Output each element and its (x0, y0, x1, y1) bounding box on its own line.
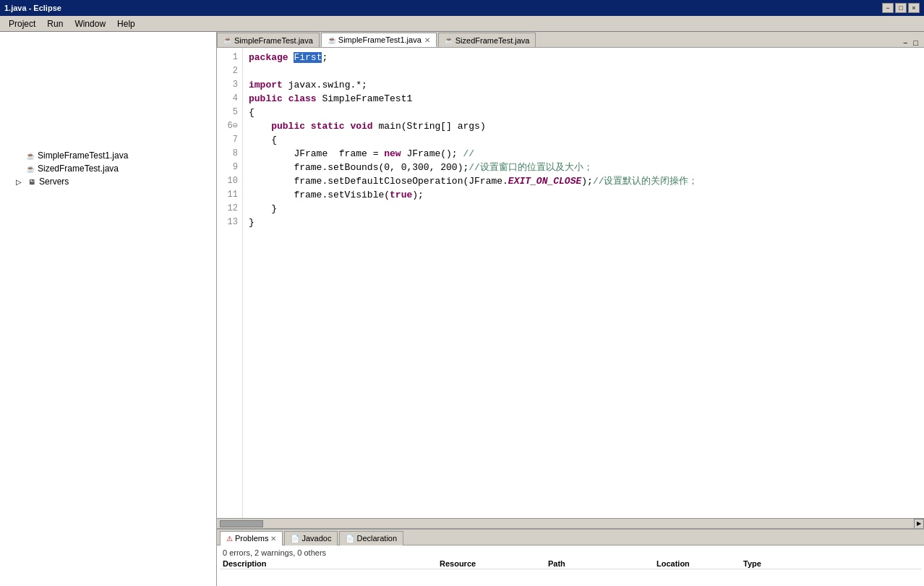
bottom-content: 0 errors, 2 warnings, 0 others Descripti… (217, 545, 924, 586)
problems-table-header: Description Resource Path Location Type (220, 559, 921, 569)
tab-close-icon[interactable]: ✕ (424, 36, 430, 44)
bottom-tab-label: Problems (235, 534, 268, 543)
menu-help[interactable]: Help (111, 17, 141, 30)
sidebar-item-servers[interactable]: ▷ 🖥 Servers (1, 175, 215, 188)
tab-controls: − □ (537, 38, 924, 47)
main-layout: ☕ SimpleFrameTest1.java ☕ SizedFrameTest… (0, 32, 924, 586)
sidebar-item-sizedframetest[interactable]: ☕ SizedFrameTest.java (1, 162, 215, 175)
menu-project[interactable]: Project (3, 17, 41, 30)
tab-label: SizedFrameTest.java (455, 36, 530, 45)
problems-status: 0 errors, 2 warnings, 0 others (220, 547, 921, 559)
problems-icon: ⚠ (226, 535, 233, 543)
scroll-right-button[interactable]: ▶ (914, 519, 924, 529)
code-editor[interactable]: 1 2 3 4 5 6⊖ 7 8 9 10 11 12 13 package F… (217, 48, 924, 518)
menu-run[interactable]: Run (41, 17, 69, 30)
line-numbers: 1 2 3 4 5 6⊖ 7 8 9 10 11 12 13 (217, 48, 243, 518)
servers-icon: 🖥 (26, 176, 38, 187)
tab-label: SimpleFrameTest1.java (338, 35, 422, 44)
col-type: Type (740, 559, 827, 568)
col-path: Path (545, 559, 654, 568)
tab-bar: ☕ SimpleFrameTest.java ☕ SimpleFrameTest… (217, 32, 924, 48)
editor-area: ☕ SimpleFrameTest.java ☕ SimpleFrameTest… (217, 32, 924, 586)
problems-close-icon[interactable]: ✕ (270, 535, 276, 543)
sidebar-item-label: SimpleFrameTest1.java (38, 150, 128, 161)
maximize-button[interactable]: □ (895, 3, 907, 13)
sidebar: ☕ SimpleFrameTest1.java ☕ SizedFrameTest… (0, 32, 217, 586)
col-resource: Resource (437, 559, 545, 568)
close-button[interactable]: × (908, 3, 920, 13)
h-scroll-thumb[interactable] (220, 520, 263, 527)
bottom-panel: ⚠ Problems ✕ 📄 Javadoc 📄 Declaration 0 e… (217, 528, 924, 586)
javadoc-icon: 📄 (291, 535, 299, 543)
tab-label: SimpleFrameTest.java (234, 36, 313, 45)
code-lines[interactable]: package First; import javax.swing.*; pub… (243, 48, 924, 518)
sidebar-item-simpleframetest1[interactable]: ☕ SimpleFrameTest1.java (1, 149, 215, 162)
java-file-icon: ☕ (25, 163, 36, 174)
tab-simpleframetest[interactable]: ☕ SimpleFrameTest.java (217, 33, 320, 47)
col-location: Location (654, 559, 740, 568)
bottom-tab-label: Declaration (356, 534, 397, 543)
sidebar-item-label: SizedFrameTest.java (38, 164, 119, 174)
title-bar-buttons: − □ × (882, 3, 920, 13)
bottom-tab-javadoc[interactable]: 📄 Javadoc (284, 531, 338, 545)
java-tab-icon: ☕ (328, 36, 336, 44)
bottom-tab-problems[interactable]: ⚠ Problems ✕ (220, 531, 283, 545)
bottom-tabs: ⚠ Problems ✕ 📄 Javadoc 📄 Declaration (217, 530, 924, 545)
menu-window[interactable]: Window (69, 17, 111, 30)
col-description: Description (220, 559, 437, 568)
bottom-tab-label: Javadoc (301, 534, 331, 543)
tab-simpleframetest1[interactable]: ☕ SimpleFrameTest1.java ✕ (321, 33, 437, 47)
minimize-editor-button[interactable]: − (900, 38, 910, 47)
maximize-editor-button[interactable]: □ (910, 38, 921, 47)
window-title: 1.java - Eclipse (4, 4, 61, 12)
bottom-tab-declaration[interactable]: 📄 Declaration (339, 531, 403, 545)
horizontal-scrollbar[interactable]: ▶ (217, 518, 924, 528)
folder-icon: ▷ (13, 176, 25, 187)
declaration-icon: 📄 (346, 535, 354, 543)
java-tab-icon: ☕ (445, 36, 453, 44)
sidebar-tree: ☕ SimpleFrameTest1.java ☕ SizedFrameTest… (0, 32, 216, 190)
minimize-button[interactable]: − (882, 3, 894, 13)
menu-bar: Project Run Window Help (0, 16, 924, 32)
editor-content: 1 2 3 4 5 6⊖ 7 8 9 10 11 12 13 package F… (217, 48, 924, 518)
tab-sizedframetest[interactable]: ☕ SizedFrameTest.java (438, 33, 536, 47)
java-file-icon: ☕ (25, 150, 36, 161)
sidebar-item-label: Servers (39, 177, 69, 187)
title-bar: 1.java - Eclipse − □ × (0, 0, 924, 16)
java-tab-icon: ☕ (223, 36, 232, 44)
